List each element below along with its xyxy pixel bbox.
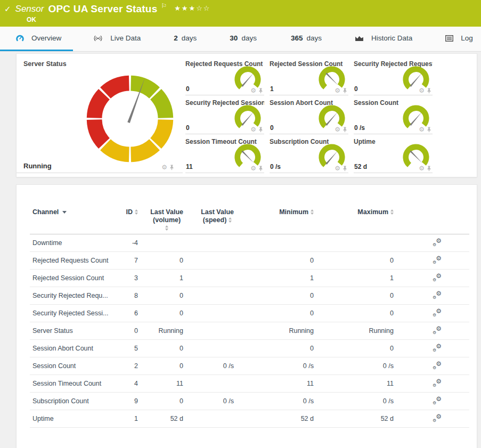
gear-icon[interactable]: ⚙ <box>250 165 256 172</box>
channel-settings-icon[interactable]: ⚙⚙ <box>433 326 442 335</box>
mini-gauge-rejected-session-count[interactable]: Rejected Session Count 1 ⚙ <box>270 60 348 95</box>
pin-icon[interactable] <box>258 127 263 133</box>
mini-gauge-uptime[interactable]: Uptime 52 d ⚙ <box>354 138 433 173</box>
channels-table: Channel ID Last Value (volume) Last Valu… <box>30 207 469 428</box>
gear-icon[interactable]: ⚙ <box>419 126 425 133</box>
gear-icon[interactable]: ⚙ <box>161 164 167 170</box>
column-header-last-value-volume[interactable]: Last Value (volume) <box>142 207 187 234</box>
pin-icon[interactable] <box>427 166 431 172</box>
sort-toggle-icon[interactable] <box>229 217 232 223</box>
cell-channel: Session Timeout Count <box>30 375 115 393</box>
cell-actions: ⚙⚙ <box>397 357 469 375</box>
pin-icon[interactable] <box>258 166 263 172</box>
pin-icon[interactable] <box>427 88 431 94</box>
cell-id: 9 <box>115 393 142 410</box>
sort-toggle-icon[interactable] <box>311 209 314 215</box>
mini-gauge-value: 0 <box>186 85 190 93</box>
pin-icon[interactable] <box>343 88 347 94</box>
gear-icon[interactable]: ⚙ <box>250 126 256 133</box>
tab-log[interactable]: Log <box>439 27 479 51</box>
channel-settings-icon[interactable]: ⚙⚙ <box>433 379 442 387</box>
mini-gauge-rejected-requests-count[interactable]: Rejected Requests Count 0 ⚙ <box>185 60 264 95</box>
object-kind-label: Sensor <box>15 4 44 14</box>
cell-maximum: 0 <box>317 252 397 270</box>
channel-settings-icon[interactable]: ⚙⚙ <box>433 308 442 317</box>
pin-icon[interactable] <box>343 166 347 172</box>
cell-last-value-volume: 0 <box>142 305 187 322</box>
cell-channel: Rejected Requests Count <box>30 252 115 270</box>
gear-icon[interactable]: ⚙ <box>335 126 340 133</box>
mini-gauge-value: 0 /s <box>354 124 365 132</box>
cell-last-value-speed <box>187 305 238 322</box>
gear-icon[interactable]: ⚙ <box>419 87 425 94</box>
cell-last-value-volume: 0 <box>142 393 187 410</box>
tab-2-days[interactable]: 2days <box>167 27 203 51</box>
pin-icon[interactable] <box>258 88 263 94</box>
cell-last-value-speed: 0 /s <box>187 357 238 375</box>
sort-toggle-icon[interactable] <box>165 225 168 231</box>
header-label: (volume) <box>153 216 181 224</box>
cell-minimum: Running <box>238 322 317 340</box>
mini-gauge-session-timeout-count[interactable]: Session Timeout Count 11 ⚙ <box>185 138 264 173</box>
cell-channel: Server Status <box>30 322 115 340</box>
cell-last-value-volume: Running <box>142 322 187 340</box>
channel-settings-icon[interactable]: ⚙⚙ <box>433 256 442 264</box>
mini-gauge-session-count[interactable]: Session Count 0 /s ⚙ <box>354 99 433 134</box>
column-header-channel[interactable]: Channel <box>30 207 115 234</box>
cell-id: 3 <box>115 270 142 287</box>
cell-maximum: 11 <box>317 375 397 393</box>
channel-settings-icon[interactable]: ⚙⚙ <box>433 396 442 405</box>
tab-historic-data[interactable]: Historic Data <box>348 27 419 51</box>
pin-icon[interactable] <box>343 127 347 133</box>
gear-icon[interactable]: ⚙ <box>250 87 256 94</box>
channel-settings-icon[interactable]: ⚙⚙ <box>433 414 442 422</box>
sort-toggle-icon[interactable] <box>135 209 138 215</box>
channel-settings-icon[interactable]: ⚙⚙ <box>433 291 442 299</box>
tab-overview[interactable]: Overview <box>0 27 73 51</box>
cell-last-value-volume: 0 <box>142 340 187 357</box>
mini-gauge-value: 0 /s <box>270 163 281 170</box>
cell-last-value-speed <box>187 234 238 252</box>
channel-settings-icon[interactable]: ⚙⚙ <box>433 238 442 247</box>
table-row-downtime: Downtime -4 ⚙⚙ <box>30 234 469 252</box>
sort-toggle-icon[interactable] <box>390 209 394 215</box>
column-header-last-value-speed[interactable]: Last Value (speed) <box>187 207 238 234</box>
column-header-minimum[interactable]: Minimum <box>238 207 317 234</box>
mini-gauge-session-abort-count[interactable]: Session Abort Count 0 ⚙ <box>270 99 348 134</box>
column-header-id[interactable]: ID <box>115 207 142 234</box>
table-row-uptime: Uptime 1 52 d 52 d 52 d ⚙⚙ <box>30 410 469 428</box>
tab-live-data[interactable]: Live Data <box>87 27 147 51</box>
gear-icon[interactable]: ⚙ <box>335 87 340 94</box>
channel-settings-icon[interactable]: ⚙⚙ <box>433 361 442 370</box>
gauge-value: Running <box>23 162 52 170</box>
cell-maximum: 0 /s <box>317 357 397 375</box>
tab-label: days <box>241 34 257 42</box>
server-status-gauge-chart[interactable] <box>84 73 176 165</box>
cell-last-value-volume: 0 <box>142 252 187 270</box>
mini-gauge-security-rejected-session-count[interactable]: Security Rejected Session Co... 0 ⚙ <box>185 99 264 134</box>
gear-icon[interactable]: ⚙ <box>335 165 340 172</box>
tab-30-days[interactable]: 30days <box>223 27 263 51</box>
pin-icon[interactable] <box>427 127 431 133</box>
tab-strong: 2 <box>174 34 178 42</box>
header-label: Minimum <box>279 208 308 216</box>
mini-gauge-subscription-count[interactable]: Subscription Count 0 /s ⚙ <box>270 138 348 173</box>
channel-settings-icon[interactable]: ⚙⚙ <box>433 273 442 282</box>
cell-last-value-volume: 52 d <box>142 410 187 428</box>
cell-minimum: 0 /s <box>238 393 317 410</box>
tab-365-days[interactable]: 365days <box>284 27 328 51</box>
table-row-rejected-session-count: Rejected Session Count 3 1 1 1 ⚙⚙ <box>30 270 469 287</box>
priority-stars[interactable]: ★★★☆☆ <box>174 4 210 12</box>
cell-actions: ⚙⚙ <box>397 322 469 340</box>
gear-icon[interactable]: ⚙ <box>419 165 425 172</box>
cell-last-value-speed <box>187 252 238 270</box>
mini-gauge-security-rejected-requests-count[interactable]: Security Rejected Requests C... 0 ⚙ <box>354 60 433 95</box>
priority-flag-icon[interactable]: ⚐ <box>161 2 167 10</box>
cell-channel: Downtime <box>30 234 115 252</box>
cell-minimum: 1 <box>238 270 317 287</box>
pin-icon[interactable] <box>169 165 174 170</box>
channel-settings-icon[interactable]: ⚙⚙ <box>433 344 442 352</box>
column-header-maximum[interactable]: Maximum <box>317 207 397 234</box>
sensor-banner: ✓ Sensor OPC UA Server Status ⚐ ★★★☆☆ OK <box>0 0 481 27</box>
table-row-server-status: Server Status 0 Running Running Running … <box>30 322 469 340</box>
